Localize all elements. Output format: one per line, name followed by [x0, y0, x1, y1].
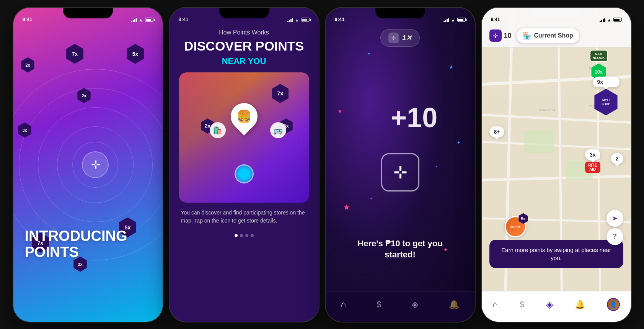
notch [63, 8, 113, 18]
foursquare-map-icon: ⊹ [489, 29, 502, 42]
current-shop-button[interactable]: 🏪 Current Shop [516, 28, 580, 43]
battery-icon [457, 18, 466, 22]
nav-home[interactable]: ⌂ [341, 300, 346, 309]
earn-points-tooltip: Earn more points by swiping at places ne… [489, 240, 623, 268]
eight-plus-bubble: 8+ [489, 126, 505, 137]
phone-2: 9:41 ▲ How Points Works DISCOVER POINTS … [170, 8, 319, 322]
battery-icon [301, 18, 310, 22]
burger-map-pin: 🍔 [229, 103, 259, 137]
introducing-points-title: INTRODUCING POINTS [25, 228, 127, 260]
quiznos-marker[interactable]: Quiznos 5x [505, 216, 526, 237]
meli-shop-marker[interactable]: 9x MELISHOP [593, 77, 620, 116]
nr-block-badge: N&RBLOCK [590, 50, 608, 62]
near-you-subtitle: NEAR YOU [222, 56, 266, 66]
foursquare-symbol: ⊹ [91, 158, 100, 171]
two-bubble: 2 [611, 153, 623, 164]
phone4-content: Indian Rock McDonald's TD Bank 9:41 ▲ ⊹ … [482, 8, 631, 322]
map-illustration-card: 7x 2x 5x 🍔 🛍️ 🚌 [179, 72, 309, 203]
notch [532, 8, 581, 18]
quiznos-circle: Quiznos 5x [505, 216, 526, 237]
star-blue-2: ✦ [457, 139, 461, 146]
dot-1 [235, 234, 238, 237]
signal-icon [600, 18, 605, 22]
map-roads-svg: Indian Rock McDonald's TD Bank [482, 8, 631, 322]
phone3-content: ⊹ 1✕ ★ ★ ✦ ★ ★ ★ ● ● +10 ⊹ Here's ₱10 to… [326, 8, 475, 322]
bus-pin: 🚌 [270, 122, 286, 138]
status-time: 9:41 [23, 16, 33, 22]
faq-button[interactable]: ? [607, 228, 623, 245]
center-foursquare-badge: ⊹ [381, 153, 419, 192]
phone1-content: ⊹ 7x 5x 2x 2x 3x 7x 5x 2x INTRODUCING PO… [13, 8, 163, 322]
rite-aid-marker[interactable]: 3x RITEAID [585, 149, 600, 173]
status-icons: ▲ [600, 18, 622, 22]
bottom-navigation: ⌂ $ ◈ 🔔 [326, 291, 475, 322]
nav-dollar[interactable]: $ [377, 300, 381, 309]
pin-circle: 🍔 [225, 97, 263, 135]
star-purple: ● [435, 165, 437, 168]
star-blue-1: ★ [449, 64, 454, 70]
nav-bell[interactable]: 🔔 [449, 300, 459, 309]
map-nav-avatar[interactable]: 👤 [607, 298, 620, 311]
meli-shop-hex: MELISHOP [593, 89, 620, 116]
map-description: You can discover and find participating … [170, 203, 319, 231]
caption-line1: Here's ₱10 to get you [357, 238, 442, 249]
foursquare-center-symbol: ⊹ [393, 163, 407, 182]
status-icons: ▲ [287, 18, 310, 22]
status-time: 9:41 [491, 17, 500, 22]
dot-4 [251, 234, 254, 237]
bag-pin: 🛍️ [210, 122, 226, 138]
center-foursquare-icon: ⊹ [82, 151, 109, 178]
map-background: Indian Rock McDonald's TD Bank [482, 8, 631, 322]
points-caption: Here's ₱10 to get you started! [342, 238, 458, 260]
quiznos-label: Quiznos [510, 225, 521, 228]
svg-rect-9 [524, 130, 554, 153]
notch [375, 8, 425, 18]
phone-1: ⊹ 7x 5x 2x 2x 3x 7x 5x 2x INTRODUCING PO… [13, 8, 163, 322]
current-location-dot [235, 164, 254, 183]
phone2-content: How Points Works DISCOVER POINTS NEAR YO… [170, 8, 319, 322]
map-nav-home[interactable]: ⌂ [492, 300, 497, 309]
rite-aid-badge: RITEAID [585, 162, 600, 173]
map-nav-bell[interactable]: 🔔 [575, 300, 585, 309]
eight-plus-marker[interactable]: 8+ [489, 126, 505, 137]
phone-3: 9:41 ▲ ⊹ 1✕ ★ ★ ✦ ★ ★ ★ ● ● +10 ⊹ [326, 8, 475, 322]
dot-3 [245, 234, 248, 237]
shop-icon: 🏪 [523, 31, 531, 40]
points-number: 10 [504, 32, 512, 40]
status-icons: ▲ [443, 18, 466, 22]
star-pink-2: ★ [343, 203, 350, 212]
dot-2 [240, 234, 243, 237]
map-nav-points[interactable]: ◈ [546, 299, 553, 310]
how-points-works-header: How Points Works [219, 29, 269, 36]
meli-9x-bubble: 9x [593, 77, 620, 87]
star-pink-1: ★ [337, 108, 342, 114]
map-nav-dollar[interactable]: $ [519, 300, 524, 309]
multiplier-badge: ⊹ 1✕ [380, 29, 420, 47]
points-count-badge: ⊹ 10 [489, 29, 512, 42]
phone-4: Indian Rock McDonald's TD Bank 9:41 ▲ ⊹ … [482, 8, 631, 322]
battery-icon [145, 18, 153, 22]
location-button[interactable]: ➤ [607, 210, 623, 227]
wifi-icon: ▲ [139, 18, 143, 22]
star-blue-3: ★ [367, 51, 371, 56]
signal-icon [131, 18, 137, 22]
quiznos-badge-container: Quiznos 5x [505, 216, 526, 237]
svg-rect-0 [482, 8, 631, 322]
burger-emoji: 🍔 [236, 109, 252, 124]
battery-icon [613, 18, 622, 22]
two-marker[interactable]: 2 [611, 153, 623, 164]
star-blue-4: ● [370, 196, 373, 200]
signal-icon [443, 18, 449, 22]
tooltip-text: Earn more points by swiping at places ne… [501, 247, 611, 261]
wifi-icon: ▲ [607, 18, 611, 22]
map-bottom-navigation: ⌂ $ ◈ 🔔 👤 [482, 291, 631, 322]
map-top-bar: ⊹ 10 🏪 Current Shop [482, 25, 631, 47]
wifi-icon: ▲ [295, 18, 299, 22]
fs-icon: ⊹ [388, 33, 399, 43]
discover-points-title: DISCOVER POINTS [184, 39, 304, 53]
svg-text:Indian Rock: Indian Rock [539, 108, 556, 112]
notch [219, 8, 269, 18]
status-time: 9:41 [335, 16, 345, 22]
nr-block-marker[interactable]: N&RBLOCK 10x [590, 50, 608, 80]
nav-points[interactable]: ◈ [412, 300, 418, 309]
